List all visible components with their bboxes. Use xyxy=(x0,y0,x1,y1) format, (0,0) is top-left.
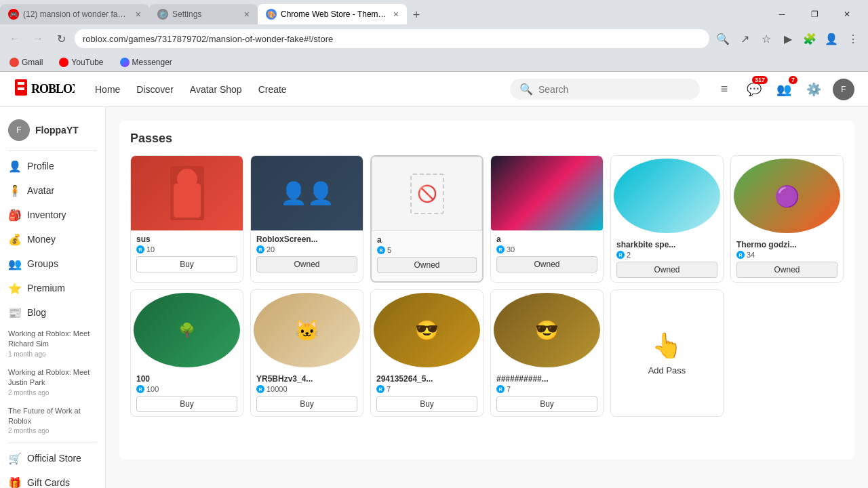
owned-button-a1[interactable]: Owned xyxy=(377,257,477,273)
tab-1[interactable]: 🎮 (12) mansion of wonder fake - R... × xyxy=(0,4,149,24)
roblox-logo[interactable]: ROBLOX xyxy=(14,78,75,101)
sidebar-item-blog[interactable]: 📰 Blog xyxy=(0,300,105,325)
blog-post-3-title: The Future of Work at Roblox xyxy=(8,406,97,427)
roblox-search-bar[interactable]: 🔍 xyxy=(510,79,700,100)
bookmark-youtube-label: YouTube xyxy=(71,58,103,67)
pass-price-294: R 7 xyxy=(376,385,477,393)
new-tab-button[interactable]: + xyxy=(407,5,426,24)
reload-button[interactable]: ↻ xyxy=(52,29,71,48)
blog-post-1-date: 1 month ago xyxy=(8,350,97,359)
pass-card-robloxscreen[interactable]: 👤👤 RobloxScreen... R 20 Owned xyxy=(250,155,363,283)
bookmark-star-icon[interactable]: ☆ xyxy=(757,29,776,48)
pass-card-hash[interactable]: 😎 ##########... R 7 Buy xyxy=(490,289,604,417)
share-icon[interactable]: ↗ xyxy=(735,29,754,48)
robux-icon-10: R xyxy=(496,385,505,393)
pass-card-thermo[interactable]: 🟣 Thermo godzi... R 34 Owned xyxy=(730,155,844,283)
sidebar-item-inventory[interactable]: 🎒 Inventory xyxy=(0,203,105,227)
svg-rect-2 xyxy=(18,87,24,90)
search-lens-icon[interactable]: 🔍 xyxy=(713,29,732,48)
buy-button-hash[interactable]: Buy xyxy=(496,396,597,412)
pass-info-sharkbite: sharkbite spe... R 2 Owned xyxy=(611,236,723,282)
pass-name-a1: a xyxy=(377,235,477,245)
forward-button[interactable]: → xyxy=(28,29,47,48)
tab-2-close[interactable]: × xyxy=(244,9,250,20)
pass-card-a2[interactable]: a R 30 Owned xyxy=(490,155,604,283)
buy-button-sus[interactable]: Buy xyxy=(136,256,237,272)
buy-button-100[interactable]: Buy xyxy=(136,396,237,412)
nav-discover[interactable]: Discover xyxy=(136,84,173,95)
tab-1-close[interactable]: × xyxy=(136,9,141,20)
bookmark-gmail[interactable]: Gmail xyxy=(5,56,47,68)
owned-button-a2[interactable]: Owned xyxy=(496,256,597,272)
blog-post-1[interactable]: Working at Roblox: Meet Richard Sim 1 mo… xyxy=(0,325,105,363)
pass-name-100: 100 xyxy=(136,374,237,384)
robux-icon-3: R xyxy=(377,246,385,254)
search-input[interactable] xyxy=(538,84,688,95)
sidebar-item-money[interactable]: 💰 Money xyxy=(0,227,105,251)
pass-card-yr5[interactable]: 🐱 YR5BHzv3_4... R 10000 Buy xyxy=(250,289,363,417)
tab-3[interactable]: 🎨 Chrome Web Store - Themes × xyxy=(258,4,407,24)
sidebar-item-groups[interactable]: 👥 Groups xyxy=(0,251,105,276)
bookmark-messenger-label: Messenger xyxy=(132,58,172,67)
browser-chrome: 🎮 (12) mansion of wonder fake - R... × ⚙… xyxy=(0,0,868,72)
add-pass-card[interactable]: 👆 Add Pass xyxy=(610,289,724,417)
robux-icon-6: R xyxy=(736,251,745,259)
sidebar-item-avatar[interactable]: 🧍 Avatar xyxy=(0,178,105,203)
pass-card-294[interactable]: 😎 294135264_5... R 7 Buy xyxy=(370,289,484,417)
blog-post-3[interactable]: The Future of Work at Roblox 2 months ag… xyxy=(0,402,105,441)
pass-card-sus[interactable]: sus R 10 Buy xyxy=(130,155,243,283)
sidebar-item-gift-cards[interactable]: 🎁 Gift Cards xyxy=(0,470,105,488)
extensions-icon[interactable]: 🧩 xyxy=(800,29,819,48)
pass-info-thermo: Thermo godzi... R 34 Owned xyxy=(731,236,843,282)
owned-button-thermo[interactable]: Owned xyxy=(736,262,837,278)
roblox-app: ROBLOX Home Discover Avatar Shop Create … xyxy=(0,72,868,488)
buy-button-yr5[interactable]: Buy xyxy=(256,396,357,412)
friends-icon[interactable]: 👥 7 xyxy=(773,79,795,100)
menu-icon[interactable]: ⋮ xyxy=(844,29,863,48)
play-icon[interactable]: ▶ xyxy=(778,29,797,48)
back-button[interactable]: ← xyxy=(5,29,24,48)
tab-3-close[interactable]: × xyxy=(393,9,399,20)
pass-card-sharkbite[interactable]: sharkbite spe... R 2 Owned xyxy=(610,155,724,283)
blog-post-2[interactable]: Working at Roblox: Meet Justin Park 2 mo… xyxy=(0,363,105,402)
close-button[interactable]: ✕ xyxy=(831,4,863,24)
pass-info-100: 100 R 100 Buy xyxy=(131,370,243,416)
buy-button-294[interactable]: Buy xyxy=(376,396,477,412)
sidebar-item-official-store[interactable]: 🛒 Official Store xyxy=(0,446,105,470)
owned-button-robloxscreen[interactable]: Owned xyxy=(256,256,357,272)
pass-img-thermo: 🟣 xyxy=(734,159,840,233)
user-section[interactable]: F FloppaYT xyxy=(0,113,105,148)
sidebar-item-profile[interactable]: 👤 Profile xyxy=(0,154,105,178)
bookmark-messenger[interactable]: Messenger xyxy=(116,56,176,68)
store-section-title: Passes xyxy=(130,131,844,146)
maximize-button[interactable]: ❐ xyxy=(799,4,830,24)
pass-price-sus: R 10 xyxy=(136,245,237,253)
nav-create[interactable]: Create xyxy=(258,84,287,95)
chat-icon[interactable]: 💬 317 xyxy=(743,79,765,100)
sidebar-item-premium[interactable]: ⭐ Premium xyxy=(0,276,105,300)
nav-home[interactable]: Home xyxy=(95,84,120,95)
money-sidebar-icon: 💰 xyxy=(8,232,22,246)
minimize-button[interactable]: ─ xyxy=(766,4,797,24)
gift-cards-icon: 🎁 xyxy=(8,476,22,488)
bookmark-youtube[interactable]: YouTube xyxy=(55,56,107,68)
nav-avatar-shop[interactable]: Avatar Shop xyxy=(190,84,242,95)
window-controls: ─ ❐ ✕ xyxy=(766,4,868,24)
sidebar-label-profile: Profile xyxy=(27,161,54,171)
robux-icon-4: R xyxy=(496,245,505,253)
pass-card-a1[interactable]: 🚫 a R 5 Owned xyxy=(370,155,484,283)
user-avatar-header[interactable]: F xyxy=(833,79,854,100)
pass-name-thermo: Thermo godzi... xyxy=(736,240,837,249)
address-input[interactable] xyxy=(75,29,709,48)
tab-2[interactable]: ⚙️ Settings × xyxy=(149,4,258,24)
feed-icon[interactable]: ≡ xyxy=(713,79,735,100)
pass-card-100[interactable]: 🌳 100 R 100 Buy xyxy=(130,289,243,417)
pass-img-a2 xyxy=(491,156,603,230)
settings-icon[interactable]: ⚙️ xyxy=(803,79,825,100)
pass-price-sharkbite: R 2 xyxy=(616,251,717,259)
pass-price-100: R 100 xyxy=(136,385,237,393)
owned-button-sharkbite[interactable]: Owned xyxy=(616,262,717,278)
profile-icon[interactable]: 👤 xyxy=(822,29,841,48)
friends-badge: 7 xyxy=(789,76,797,84)
sidebar-label-groups: Groups xyxy=(27,258,58,269)
